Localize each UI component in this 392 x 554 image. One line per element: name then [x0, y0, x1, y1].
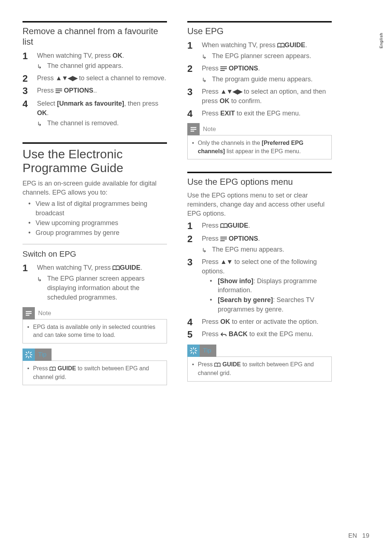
svg-rect-1	[56, 90, 62, 91]
key-guide: GUIDE	[228, 222, 248, 229]
svg-line-31	[191, 348, 192, 349]
tip-callout: Tip Press GUIDE to switch between EPG an…	[23, 349, 167, 386]
epg-intro: EPG is an on-screen guide available for …	[23, 179, 167, 197]
tip-text: Press GUIDE to switch between EPG and ch…	[26, 364, 162, 382]
svg-rect-21	[191, 129, 196, 130]
svg-rect-4	[26, 311, 32, 312]
list-item: View upcoming programmes	[23, 219, 167, 228]
step-text: Press	[202, 235, 220, 242]
back-icon	[220, 330, 227, 339]
step-text: Press	[37, 87, 56, 94]
step-text: Press	[202, 110, 220, 117]
note-callout: Note EPG data is available only in selec…	[23, 307, 167, 343]
heading-remove-favourite: Remove a channel from a favourite list	[23, 26, 167, 47]
svg-rect-26	[220, 240, 225, 241]
guide-book-icon	[277, 41, 285, 50]
key-exit: EXIT	[220, 110, 235, 117]
step-text: Press	[202, 65, 220, 72]
tip-label: Tip	[199, 347, 216, 354]
svg-rect-25	[220, 239, 227, 239]
tip-callout: Tip Press GUIDE to switch between EPG an…	[187, 345, 332, 382]
step-result: The channel is removed.	[47, 119, 119, 127]
result-arrow-icon: ↳	[37, 120, 42, 128]
svg-rect-6	[26, 315, 29, 315]
epg-feature-list: View a list of digital programmes being …	[23, 199, 167, 237]
svg-line-32	[195, 352, 196, 353]
options-icon	[56, 86, 62, 96]
heading-epg-options: Use the EPG options menu	[187, 177, 332, 187]
svg-rect-2	[56, 92, 60, 93]
epg-options-steps: 1 Press GUIDE. 2 Press OPTIONS. ↳The EPG…	[187, 221, 332, 339]
svg-rect-5	[26, 313, 32, 314]
step-result: The EPG menu appears.	[212, 246, 284, 253]
svg-line-34	[191, 352, 192, 353]
note-text: Only the channels in the [Preferred EPG …	[191, 139, 327, 155]
page-footer: EN19	[348, 532, 369, 539]
tip-label: Tip	[34, 351, 52, 358]
options-icon	[220, 235, 227, 244]
left-column: Remove a channel from a favourite list 1…	[23, 19, 167, 389]
svg-rect-24	[220, 237, 227, 237]
step-result: The EPG planner screen appears displayin…	[47, 275, 144, 301]
step-text: Press ▲▼◀▶ to select an option, and then…	[202, 88, 326, 105]
heading-epg: Use the Electronic Programme Guide	[23, 147, 167, 175]
svg-line-14	[26, 356, 27, 357]
heading-use-epg: Use EPG	[187, 26, 332, 37]
key-ok: OK	[37, 109, 47, 117]
note-label: Note	[199, 126, 221, 133]
step-result: The EPG planner screen appears.	[212, 52, 311, 60]
note-icon	[23, 307, 35, 319]
svg-line-12	[30, 356, 31, 357]
svg-rect-0	[56, 89, 62, 89]
step-text: When watching TV, press	[37, 264, 113, 271]
key-options: OPTIONS	[229, 235, 258, 242]
option-item: [Show info]: Displays programme informat…	[210, 277, 332, 295]
tip-text: Press GUIDE to switch between EPG and ch…	[191, 360, 327, 378]
result-arrow-icon: ↳	[37, 275, 42, 284]
result-arrow-icon: ↳	[37, 62, 42, 71]
key-ok: OK	[220, 318, 230, 325]
guide-book-icon	[49, 365, 56, 373]
list-item: View a list of digital programmes being …	[23, 199, 167, 217]
key-guide: GUIDE	[285, 41, 305, 49]
step-text: Press ▲▼ to select one of the following …	[202, 258, 317, 275]
key-options: OPTIONS	[64, 87, 93, 94]
tip-icon	[23, 349, 35, 361]
step-text: When watching TV, press	[37, 52, 113, 59]
key-back: BACK	[229, 330, 248, 338]
svg-rect-20	[191, 127, 196, 128]
guide-book-icon	[113, 264, 120, 273]
svg-line-33	[195, 348, 196, 349]
side-tab-language: English	[379, 33, 383, 48]
note-callout: Note Only the channels in the [Preferred…	[187, 123, 332, 159]
step-text: Press	[202, 318, 220, 325]
guide-book-icon	[214, 361, 221, 369]
note-text: EPG data is available only in selected c…	[26, 323, 162, 339]
menu-item: [Unmark as favourite]	[57, 100, 124, 107]
note-label: Note	[34, 310, 56, 317]
use-epg-steps: 1 When watching TV, press GUIDE. ↳The EP…	[187, 40, 332, 118]
note-icon	[187, 123, 200, 135]
step-text: Press ▲▼◀▶ to select a channel to remove…	[37, 74, 166, 82]
epg-options-intro: Use the EPG options menu to set or clear…	[187, 191, 332, 219]
option-item: [Search by genre]: Searches TV programme…	[210, 296, 332, 314]
footer-page: 19	[362, 532, 369, 539]
step-text: Press	[202, 330, 220, 338]
svg-rect-17	[220, 66, 227, 67]
tip-icon	[187, 345, 200, 357]
svg-line-11	[26, 352, 27, 353]
result-arrow-icon: ↳	[202, 76, 207, 84]
step-text: When watching TV, press	[202, 41, 277, 49]
right-column: Use EPG 1 When watching TV, press GUIDE.…	[187, 19, 332, 389]
heading-switch-epg: Switch on EPG	[23, 249, 167, 259]
guide-book-icon	[220, 221, 228, 231]
svg-rect-22	[191, 131, 194, 131]
options-icon	[220, 64, 227, 74]
remove-steps: 1 When watching TV, press OK. ↳The chann…	[23, 51, 167, 128]
key-guide: GUIDE	[120, 264, 140, 271]
svg-line-13	[30, 352, 31, 353]
list-item: Group programmes by genre	[23, 228, 167, 237]
switch-steps: 1 When watching TV, press GUIDE. ↳The EP…	[23, 263, 167, 302]
footer-lang: EN	[348, 532, 357, 539]
svg-rect-19	[220, 70, 225, 71]
